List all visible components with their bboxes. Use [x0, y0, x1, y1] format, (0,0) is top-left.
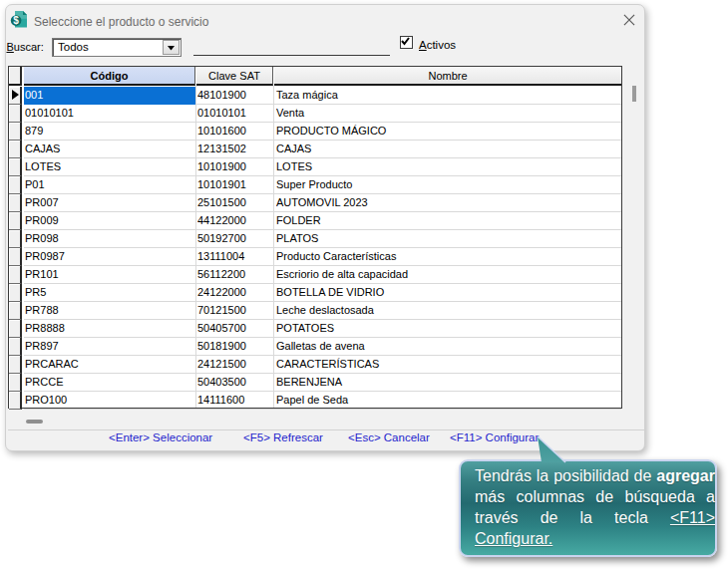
svg-text:$: $	[13, 15, 19, 26]
